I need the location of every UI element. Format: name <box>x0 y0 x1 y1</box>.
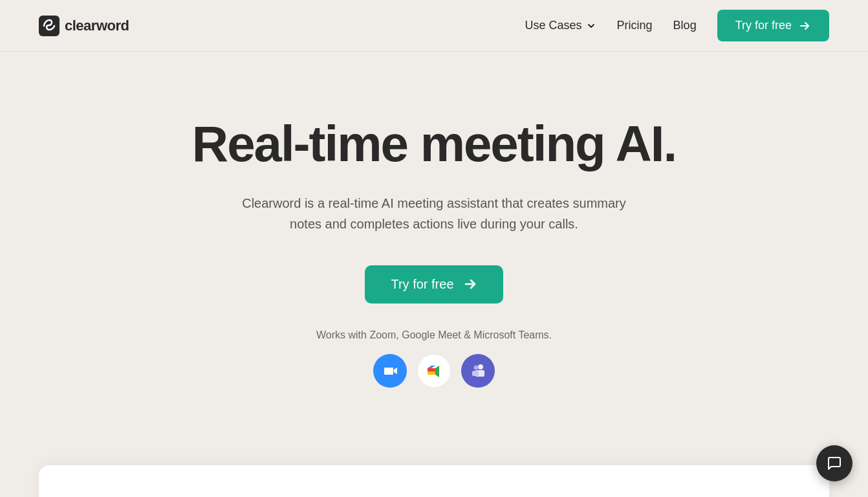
use-cases-label: Use Cases <box>525 19 582 32</box>
demo-container <box>39 465 829 497</box>
logo-link[interactable]: clearword <box>39 16 129 36</box>
pricing-label: Pricing <box>617 19 653 32</box>
svg-point-6 <box>474 365 479 370</box>
svg-point-4 <box>478 364 483 370</box>
hero-section: Real-time meeting AI. Clearword is a rea… <box>0 52 868 465</box>
nav-use-cases-link[interactable]: Use Cases <box>525 19 596 32</box>
blog-label: Blog <box>673 19 697 32</box>
svg-rect-7 <box>472 371 479 376</box>
nav-cta-button[interactable]: Try for free <box>717 10 829 41</box>
nav-pricing-link[interactable]: Pricing <box>617 19 653 32</box>
arrow-right-icon <box>798 19 811 32</box>
chat-button[interactable] <box>816 445 852 481</box>
hero-title: Real-time meeting AI. <box>192 116 676 172</box>
hero-subtitle: Clearword is a real-time AI meeting assi… <box>233 193 635 234</box>
hero-cta-button[interactable]: Try for free <box>365 265 503 304</box>
works-with-text: Works with Zoom, Google Meet & Microsoft… <box>316 329 552 341</box>
google-meet-icon <box>417 354 451 388</box>
microsoft-teams-icon <box>461 354 495 388</box>
logo-text: clearword <box>65 17 129 34</box>
hero-cta-label: Try for free <box>391 277 453 292</box>
nav-blog-link[interactable]: Blog <box>673 19 697 32</box>
navbar: clearword Use Cases Pricing Blog Try for… <box>0 0 868 52</box>
chevron-down-icon <box>586 21 596 31</box>
integration-icons <box>373 354 495 388</box>
nav-cta-label: Try for free <box>735 19 792 32</box>
nav-right: Use Cases Pricing Blog Try for free <box>525 10 829 41</box>
chat-icon <box>827 456 842 471</box>
zoom-icon <box>373 354 407 388</box>
logo-icon <box>39 16 60 36</box>
hero-arrow-right-icon <box>463 277 477 291</box>
